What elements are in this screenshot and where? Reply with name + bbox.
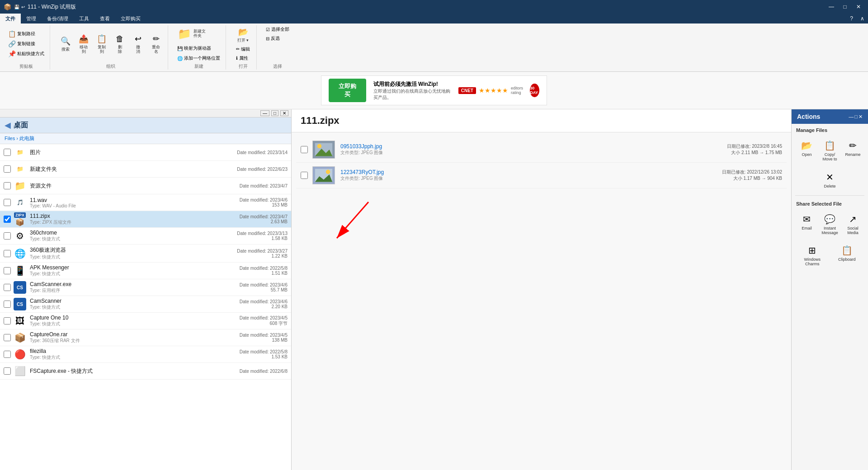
action-windows-charms-btn[interactable]: ⊞ WindowsCharms <box>802 241 822 269</box>
svg-point-6 <box>326 170 330 174</box>
left-minimize-btn[interactable]: — <box>260 110 269 116</box>
tab-buy[interactable]: 立即购买 <box>115 14 146 24</box>
actions-close-btn[interactable]: ✕ <box>859 114 863 120</box>
add-network-btn[interactable]: 🌐 添加一个网络位置 <box>175 54 222 62</box>
tab-view[interactable]: 查看 <box>94 14 115 24</box>
file-item[interactable]: 🎵 11.wav Type: WAV - Audio File Date mod… <box>0 194 291 211</box>
file-item[interactable]: 🔴 filezilla Type: 快捷方式 Date modified: 20… <box>0 346 291 363</box>
file-list: 📁 图片 Date modified: 2023/3/14 📁 新建文件夹 Da… <box>0 144 291 470</box>
action-copy-move-btn[interactable]: 📋 Copy/Move to <box>820 136 840 164</box>
file-checkbox[interactable] <box>4 250 11 257</box>
select-all-btn[interactable]: ☑ 选择全部 <box>264 25 291 33</box>
breadcrumb-files[interactable]: Files <box>5 136 15 141</box>
file-checkbox[interactable] <box>4 351 11 358</box>
file-item-selected[interactable]: ZIPX 📦 111.zipx Type: ZIPX 压缩文件 Date mod… <box>0 211 291 228</box>
file-icon-filezilla: 🔴 <box>14 348 26 361</box>
file-checkbox[interactable] <box>4 232 11 240</box>
add-network-label: 添加一个网络位置 <box>184 55 220 61</box>
action-delete-label: Delete <box>824 184 835 189</box>
file-item[interactable]: ⬜ FSCapture.exe - 快捷方式 Date modified: 20… <box>0 363 291 380</box>
action-email-btn[interactable]: ✉ Email <box>797 210 816 238</box>
copy-link-btn[interactable]: 🔗 复制链接 <box>6 39 46 48</box>
ad-text: 试用前必须先激活 WinZip! 立即通过我们的在线商店放心无忧地购买产品。 <box>373 80 451 101</box>
file-checkbox[interactable] <box>4 199 11 206</box>
file-checkbox[interactable] <box>4 367 11 375</box>
paste-shortcut-icon: 📌 <box>8 50 16 57</box>
left-maximize-btn[interactable]: □ <box>271 110 278 116</box>
file-item[interactable]: 📱 APK Messenger Type: 快捷方式 Date modified… <box>0 263 291 279</box>
search-btn[interactable]: 🔍 搜索 <box>57 34 74 53</box>
undo-btn[interactable]: ↩ 撤消 <box>130 32 146 56</box>
file-icon-folder: 📁 <box>14 146 26 159</box>
action-delete-btn[interactable]: ✕ Delete <box>820 168 840 192</box>
paste-shortcut-btn[interactable]: 📌 粘贴快捷方式 <box>6 49 46 58</box>
actions-panel: Actions — □ ✕ Manage Files 📂 Open 📋 Copy… <box>791 109 868 470</box>
file-icon-camscanner: CS <box>14 298 26 310</box>
file-item[interactable]: CS CamScanner.exe Type: 应用程序 Date modifi… <box>0 279 291 296</box>
properties-icon: ℹ <box>236 56 238 61</box>
zip-content: 0951033Jpph.jpg 文件类型: JPEG 图像 日期已修改: 202… <box>292 132 791 470</box>
back-button[interactable]: ◀ <box>5 120 11 130</box>
zip-file-checkbox[interactable] <box>301 172 308 179</box>
action-rename-btn[interactable]: ✏ Rename <box>843 136 863 164</box>
ribbon-collapse-button[interactable]: ∧ <box>857 14 868 24</box>
file-item[interactable]: 📁 新建文件夹 Date modified: 2022/6/23 <box>0 161 291 178</box>
file-checkbox[interactable] <box>4 317 11 324</box>
file-item[interactable]: 🖼 Capture One 10 Type: 快捷方式 Date modifie… <box>0 313 291 329</box>
move-to-btn[interactable]: 📤 移动到 <box>75 32 92 56</box>
tab-file[interactable]: 文件 <box>0 14 21 24</box>
actions-maximize-btn[interactable]: □ <box>854 114 858 120</box>
file-item[interactable]: CS CamScanner Type: 快捷方式 Date modified: … <box>0 296 291 313</box>
file-checkbox[interactable] <box>4 165 11 173</box>
copy-to-btn[interactable]: 📋 复制到 <box>94 32 110 56</box>
tab-backup[interactable]: 备份/清理 <box>42 14 74 24</box>
file-item[interactable]: 📁 图片 Date modified: 2023/3/14 <box>0 144 291 161</box>
help-button[interactable]: ? <box>846 14 857 24</box>
file-checkbox[interactable] <box>4 284 11 291</box>
file-item[interactable]: 📦 CaptureOne.rar Type: 360压缩 RAR 文件 Date… <box>0 329 291 346</box>
file-checkbox[interactable] <box>4 334 11 341</box>
file-checkbox[interactable] <box>4 267 11 274</box>
map-drive-btn[interactable]: 💾 映射为驱动器 <box>175 44 213 52</box>
delete-btn[interactable]: 🗑 删除 <box>112 32 128 56</box>
minimize-button[interactable]: — <box>826 2 837 11</box>
ribbon-group-organize: 🔍 搜索 📤 移动到 📋 复制到 🗑 删除 ↩ 撤消 <box>54 25 168 70</box>
action-instant-msg-btn[interactable]: 💬 InstantMessage <box>820 210 840 238</box>
zip-file-checkbox[interactable] <box>301 146 308 153</box>
action-clipboard-btn[interactable]: 📋 Clipboard <box>836 241 858 269</box>
tab-manage[interactable]: 管理 <box>21 14 42 24</box>
maximize-button[interactable]: □ <box>839 2 851 11</box>
action-open-btn[interactable]: 📂 Open <box>797 136 817 164</box>
close-button[interactable]: ✕ <box>853 2 864 11</box>
properties-btn[interactable]: ℹ 属性 <box>234 54 252 62</box>
file-item[interactable]: ⚙ 360chrome Type: 快捷方式 Date modified: 20… <box>0 228 291 244</box>
buy-now-button[interactable]: 立即购买 <box>329 79 366 102</box>
left-close-btn[interactable]: ✕ <box>280 110 288 116</box>
copy-to-label: 复制到 <box>98 45 106 54</box>
file-checkbox[interactable] <box>4 182 11 189</box>
action-social-media-btn[interactable]: ↗ SocialMedia <box>843 210 863 238</box>
open-btn[interactable]: 📂 打开 ▾ <box>234 25 252 44</box>
zip-file-item[interactable]: 0951033Jpph.jpg 文件类型: JPEG 图像 日期已修改: 202… <box>296 137 787 163</box>
breadcrumb-computer[interactable]: 此电脑 <box>19 136 34 141</box>
zip-file-item[interactable]: 1223473RyOT.jpg 文件类型: JPEG 图像 日期已修改: 202… <box>296 163 787 188</box>
new-folder-btn[interactable]: 📁 新建文件夹 <box>175 25 208 42</box>
file-checkbox[interactable] <box>4 149 11 156</box>
undo-quick-button[interactable]: ↩ <box>21 5 25 9</box>
share-buttons-2: ⊞ WindowsCharms 📋 Clipboard <box>792 240 868 271</box>
rename-btn[interactable]: ✏ 重命名 <box>148 32 164 56</box>
new-group-label: 新建 <box>194 63 203 70</box>
file-item[interactable]: 🌐 360极速浏览器 Type: 快捷方式 Date modified: 202… <box>0 244 291 263</box>
actions-minimize-btn[interactable]: — <box>849 114 854 120</box>
tab-tools[interactable]: 工具 <box>74 14 94 24</box>
file-checkbox[interactable] <box>4 301 11 308</box>
edit-btn[interactable]: ✏ 编辑 <box>234 45 252 53</box>
save-button[interactable]: 💾 <box>14 5 19 9</box>
cnet-badge: CNET <box>458 87 476 94</box>
left-panel-header: ◀ 桌面 <box>0 118 291 133</box>
invert-btn[interactable]: ⊟ 反选 <box>264 34 282 42</box>
file-checkbox[interactable] <box>4 216 11 223</box>
file-item[interactable]: 📁 资源文件 Date modified: 2023/4/7 <box>0 178 291 194</box>
undo-label: 撤消 <box>136 45 140 54</box>
copy-path-btn[interactable]: 📋 复制路径 <box>6 29 46 38</box>
